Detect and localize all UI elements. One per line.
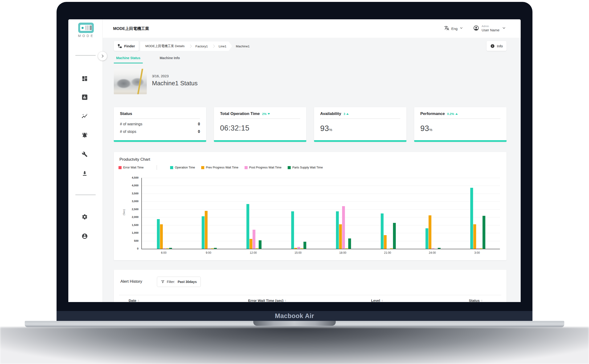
status-card: Status # of warnings 0 # of stops 0 [114, 107, 206, 142]
bar [157, 219, 160, 249]
bar [169, 248, 172, 249]
bar [256, 248, 259, 249]
y-tick-label: 0 [120, 247, 139, 250]
breadcrumb-item-line1[interactable]: Line1 [219, 45, 227, 48]
triangle-up-icon [346, 113, 349, 115]
legend-swatch [118, 166, 122, 169]
sidebar-item-dashboard[interactable] [81, 75, 88, 82]
bar [160, 224, 163, 249]
x-tick-label: 9:00 [198, 251, 219, 254]
bar [348, 238, 351, 249]
legend-swatch [288, 166, 291, 169]
gridline [142, 241, 500, 241]
sidebar-item-download[interactable] [81, 170, 88, 176]
sidebar-item-trends[interactable] [81, 113, 88, 119]
gear-icon [82, 214, 88, 220]
delta-value: 3 [343, 112, 345, 116]
y-tick-label: 500 [120, 239, 139, 242]
column-label: Error Wait Time (sec) [248, 299, 283, 302]
y-tick-label: 2,000 [120, 215, 139, 218]
delta-badge: 2% [262, 112, 270, 116]
bar [479, 248, 482, 249]
column-header-level[interactable]: Level↑ [371, 299, 383, 302]
topbar-right: Eng Admin User Name [444, 19, 506, 38]
mode-logo [78, 23, 94, 33]
bar [473, 224, 476, 249]
legend-swatch [245, 166, 248, 169]
filter-button[interactable]: Filter: Past 30days [157, 277, 201, 287]
sidebar-item-settings[interactable] [81, 214, 88, 220]
sidebar-item-alerts[interactable] [81, 132, 88, 138]
download-icon [82, 170, 88, 176]
y-tick-label: 1,000 [120, 231, 139, 234]
sidebar-item-maintenance[interactable] [81, 151, 88, 157]
breadcrumb: MODE上田電機工業 Details Factory1 Line1 Machin… [140, 41, 250, 51]
warnings-label: # of warnings [120, 122, 142, 126]
divider [119, 295, 501, 295]
availability-card: Availability 3 93% [314, 107, 406, 142]
tab-machine-status[interactable]: Machine Status [114, 54, 143, 63]
tab-machine-info[interactable]: Machine Info [157, 54, 182, 63]
alert-history-card: Alert History Filter: Past 30days Date↑ … [114, 270, 506, 302]
total-operation-time-title: Total Operation Time [220, 111, 260, 116]
user-role: Admin [482, 25, 499, 28]
bar [202, 216, 205, 249]
breadcrumb-item-details[interactable]: MODE上田電機工業 Details [145, 44, 185, 48]
availability-unit: % [329, 128, 332, 132]
laptop-base [25, 321, 564, 327]
bar [304, 242, 306, 249]
sidebar-item-account[interactable] [81, 233, 88, 239]
user-circle-icon [473, 25, 479, 32]
sort-arrow-icon: ↑ [285, 299, 286, 302]
laptop-bezel: MODE上田電機工業 Eng [57, 2, 532, 321]
gridline [142, 233, 500, 233]
info-icon [490, 44, 495, 48]
legend-item: Parts Supply Wait Time [288, 166, 323, 169]
bar [214, 248, 217, 249]
column-header-date[interactable]: Date↑ [129, 299, 139, 302]
gridline [142, 209, 500, 210]
y-tick-label: 4,000 [120, 184, 139, 187]
tools-icon [82, 151, 88, 157]
sort-arrow-icon: ↑ [481, 299, 483, 302]
column-header-error-wait-time[interactable]: Error Wait Time (sec)↑ [248, 299, 286, 302]
filter-prefix: Filter: [167, 280, 175, 284]
sidebar-item-reports[interactable] [81, 94, 88, 100]
legend-item: Operation Time [170, 166, 195, 169]
column-header-status[interactable]: Status↑ [469, 299, 483, 302]
bar [384, 235, 387, 249]
sidebar-expand-button[interactable] [98, 52, 107, 61]
language-selector[interactable]: Eng [444, 26, 463, 32]
stops-value: 0 [198, 130, 200, 134]
bar [246, 204, 249, 249]
sidebar: MODE [68, 19, 103, 302]
legend-label: Operation Time [175, 166, 195, 169]
triangle-down-icon [268, 113, 270, 115]
legend-item: Error Wait Time [118, 166, 143, 169]
trend-insights-icon [82, 113, 88, 119]
dashboard-icon [82, 75, 88, 82]
performance-value: 93% [420, 124, 500, 133]
user-menu[interactable]: Admin User Name [473, 25, 506, 32]
legend-swatch [201, 166, 204, 169]
column-label: Date [129, 299, 136, 302]
breadcrumb-item-factory1[interactable]: Factory1 [195, 45, 208, 48]
info-button[interactable]: Info [486, 41, 506, 51]
column-label: Level [371, 299, 380, 302]
warnings-row: # of warnings 0 [120, 122, 200, 126]
performance-unit: % [429, 128, 433, 132]
bar [291, 211, 294, 249]
y-tick-label: 3,500 [120, 192, 139, 195]
chevron-down-icon [460, 26, 463, 31]
bar [339, 224, 342, 249]
finder-button[interactable]: Finder [114, 41, 139, 51]
gridline [142, 186, 500, 186]
delta-value: 2% [262, 112, 266, 116]
availability-title: Availability [320, 111, 341, 116]
bar [252, 230, 255, 249]
bar [342, 206, 345, 249]
y-tick-label: 2,500 [120, 208, 139, 211]
gridline [142, 225, 500, 226]
y-tick-label: 3,000 [120, 200, 139, 203]
filter-value: Past 30days [178, 280, 197, 284]
